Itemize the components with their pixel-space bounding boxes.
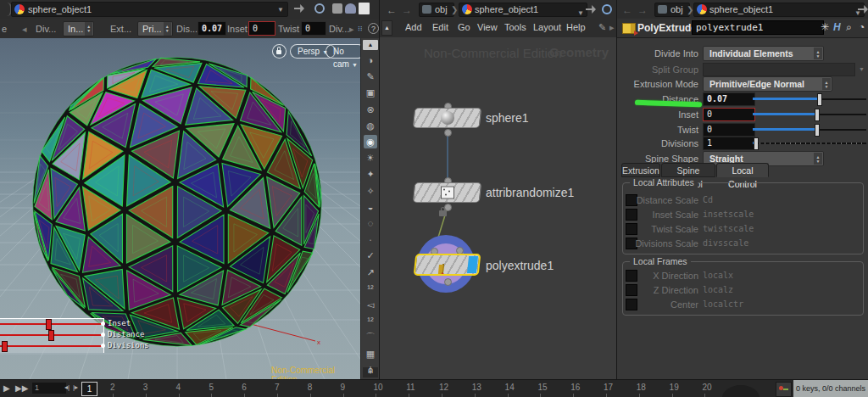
frame-number[interactable]: 11 bbox=[406, 383, 415, 392]
divisions-slider[interactable] bbox=[753, 142, 866, 145]
distance-scale-value[interactable]: Cd bbox=[703, 195, 713, 204]
menu-edit[interactable]: Edit bbox=[432, 22, 448, 32]
current-node-chip[interactable]: sphere_object1 ▼ bbox=[459, 3, 587, 17]
frame-number[interactable]: 4 bbox=[176, 383, 181, 392]
twist-value-field[interactable]: 0 bbox=[301, 21, 326, 36]
x-direction-value[interactable]: localx bbox=[703, 271, 733, 280]
divide-into-dropdown[interactable]: Individual Elements▲▼ bbox=[703, 46, 824, 61]
frame-number[interactable]: 16 bbox=[570, 383, 580, 392]
frame-number[interactable]: 8 bbox=[308, 383, 313, 392]
jog-wheel[interactable] bbox=[722, 385, 760, 397]
z-direction-checkbox[interactable] bbox=[626, 284, 637, 296]
strip-scroll-up[interactable]: ▲ bbox=[363, 40, 378, 50]
chevron-down-icon[interactable]: ▼ bbox=[859, 66, 865, 72]
divisions-scale-value[interactable]: divsscale bbox=[703, 238, 748, 248]
frame-number[interactable]: 17 bbox=[604, 383, 613, 392]
grid-display-icon[interactable]: ▦ bbox=[364, 347, 377, 361]
view-mask-icon[interactable]: ◍ bbox=[364, 119, 377, 132]
inset-scale-checkbox[interactable] bbox=[626, 209, 637, 221]
keyframe-icon[interactable] bbox=[776, 382, 792, 397]
frame-number[interactable]: 15 bbox=[537, 383, 547, 392]
target-icon[interactable] bbox=[602, 4, 612, 14]
back-icon[interactable]: ← bbox=[387, 2, 397, 19]
back-icon[interactable]: ← bbox=[622, 2, 632, 19]
center-value[interactable]: localctr bbox=[703, 299, 743, 309]
headlight-icon[interactable]: ☀ bbox=[364, 151, 377, 165]
lock-handle-icon[interactable]: ⊗ bbox=[364, 103, 377, 116]
chevron-down-icon[interactable]: ▼ bbox=[577, 7, 584, 20]
target-icon[interactable] bbox=[314, 3, 325, 14]
frame-number[interactable]: 19 bbox=[670, 383, 679, 392]
tab-local-control[interactable]: Local Control bbox=[716, 163, 769, 177]
twist-scale-checkbox[interactable] bbox=[626, 223, 637, 235]
prim-marker-icon[interactable]: ◅ bbox=[364, 298, 377, 311]
point-marker-icon[interactable]: ∙ bbox=[364, 232, 377, 246]
align-icon[interactable]: ⁝⁝ bbox=[358, 24, 363, 32]
extrusion-mode-dropdown[interactable]: Pri...▲▼ bbox=[137, 21, 173, 36]
chevron-down-icon[interactable]: ▼ bbox=[277, 6, 284, 14]
root-context-chip[interactable]: obj bbox=[419, 3, 454, 17]
divide-into-dropdown[interactable]: In...▲▼ bbox=[63, 21, 94, 36]
pen-tool-icon[interactable]: ✎ bbox=[598, 22, 606, 33]
shading-mode-icon[interactable]: ◉ bbox=[364, 135, 377, 148]
light-a-icon[interactable]: ✦ bbox=[364, 167, 377, 181]
viewport-path-field[interactable]: sphere_object1 ▼ bbox=[11, 2, 288, 17]
distance-value-field[interactable]: 0.07 bbox=[198, 21, 226, 36]
tab-extrusion[interactable]: Extrusion bbox=[621, 163, 660, 177]
link-cube-icon[interactable] bbox=[332, 3, 342, 14]
x-direction-checkbox[interactable] bbox=[626, 270, 637, 282]
menu-add[interactable]: Add bbox=[405, 22, 422, 32]
inset-value-field[interactable]: 0 bbox=[248, 21, 275, 36]
node-output-dot[interactable] bbox=[444, 129, 452, 137]
help-icon[interactable]: ? bbox=[368, 23, 379, 34]
point-numbers-icon[interactable]: ¹² bbox=[364, 282, 377, 295]
vector-display-icon[interactable]: ↗ bbox=[364, 266, 377, 279]
normals-icon[interactable]: ⋔ bbox=[364, 363, 377, 377]
node-output-dot[interactable] bbox=[444, 278, 452, 286]
houdini-help-icon[interactable]: H bbox=[833, 21, 841, 33]
node-name-field[interactable]: polyextrude1 bbox=[692, 20, 824, 35]
twist-slider[interactable] bbox=[753, 128, 866, 131]
light-b-icon[interactable]: ✧ bbox=[364, 184, 377, 198]
scroll-left-icon[interactable]: ◂ bbox=[22, 24, 27, 35]
secure-selection-icon[interactable]: ▣ bbox=[364, 86, 377, 99]
frame-number[interactable]: 12 bbox=[439, 383, 448, 392]
scene-viewport[interactable]: x Persp▼ No cam▼ Inset Distance bbox=[0, 38, 360, 379]
menu-tools[interactable]: Tools bbox=[504, 22, 526, 32]
frame-number[interactable]: 3 bbox=[143, 383, 148, 392]
frame-number[interactable]: 14 bbox=[505, 383, 515, 392]
menu-go[interactable]: Go bbox=[458, 22, 470, 32]
frame-number[interactable]: 10 bbox=[373, 383, 382, 392]
ramp-icon[interactable]: ⌒ bbox=[364, 330, 377, 344]
point-select-icon[interactable]: ✓ bbox=[364, 249, 377, 262]
scroll-right-icon[interactable]: ▸ bbox=[349, 24, 354, 35]
menubar-overflow-icon[interactable]: ▸ bbox=[609, 22, 615, 33]
frame-number[interactable]: 2 bbox=[110, 383, 115, 392]
inset-slider[interactable] bbox=[753, 113, 866, 116]
visibility-icon[interactable]: ◑ bbox=[364, 53, 377, 67]
distance-handle-row[interactable]: Distance bbox=[0, 330, 170, 340]
twist-scale-value[interactable]: twistscale bbox=[703, 224, 754, 233]
node-sphere1[interactable] bbox=[413, 108, 482, 128]
forward-icon[interactable]: → bbox=[637, 2, 648, 19]
frame-number[interactable]: 18 bbox=[637, 383, 646, 392]
divisions-handle[interactable] bbox=[2, 341, 8, 352]
z-direction-value[interactable]: localz bbox=[703, 285, 733, 294]
frame-number[interactable]: 6 bbox=[242, 383, 247, 392]
tab-spine-control[interactable]: Spine Control bbox=[661, 163, 715, 177]
inset-handle[interactable] bbox=[46, 319, 52, 330]
distance-handle[interactable] bbox=[48, 330, 54, 341]
node-attribrandomize1[interactable] bbox=[413, 182, 482, 203]
info-icon[interactable]: ◔ bbox=[859, 21, 865, 33]
spinner-icon[interactable]: ▲▼ bbox=[164, 22, 171, 36]
menu-help[interactable]: Help bbox=[566, 22, 586, 32]
select-mode-icon[interactable]: ✎ bbox=[364, 70, 377, 83]
frame-number[interactable]: 13 bbox=[472, 383, 481, 392]
ghost-objects-icon[interactable]: ◌ bbox=[364, 216, 377, 230]
pin-icon[interactable] bbox=[294, 4, 304, 13]
inset-field[interactable]: 0 bbox=[703, 108, 755, 121]
camera-menu-pill[interactable]: No cam▼ bbox=[326, 44, 360, 59]
timeline[interactable]: 234567891011121314151617181920 bbox=[0, 380, 721, 397]
spinner-icon[interactable]: ▲▼ bbox=[85, 22, 92, 36]
inset-scale-value[interactable]: insetscale bbox=[703, 210, 754, 219]
